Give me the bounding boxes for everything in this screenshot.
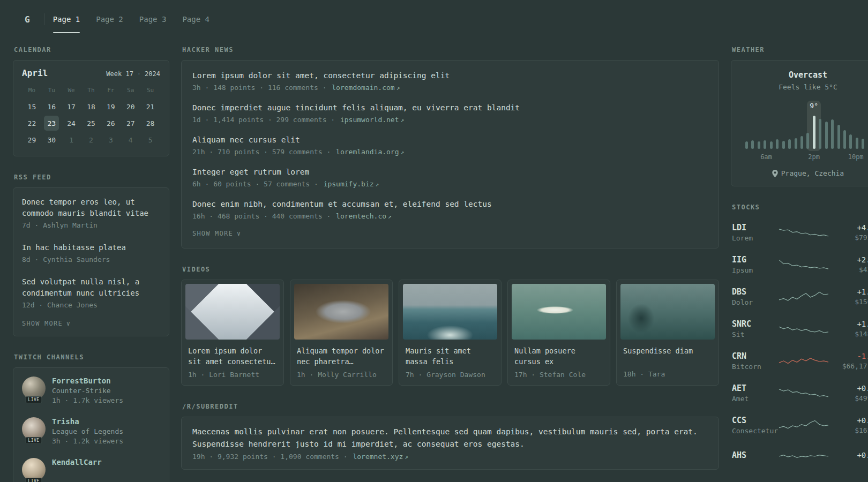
video-card[interactable]: Aliquam tempor dolor nec pharetra… 1h · … [290,280,393,386]
hn-item-title[interactable]: Donec imperdiet augue tincidunt felis al… [192,102,708,114]
stock-change: +1.42% [835,288,868,296]
calendar-day[interactable]: 25 [84,116,99,131]
calendar-day[interactable]: 17 [64,99,79,114]
tab-page-4[interactable]: Page 4 [182,2,209,36]
nav-divider [44,13,44,25]
hn-item[interactable]: Donec enim nibh, condimentum et accumsan… [192,193,708,225]
hn-item-title[interactable]: Donec enim nibh, condimentum et accumsan… [192,199,708,210]
calendar-day[interactable]: 16 [44,99,59,114]
stock-identity: CCSConsectetur [732,416,773,435]
hn-item-domain[interactable]: loremtech.co↗ [336,212,392,220]
stock-row[interactable]: SNRCSit+1.36%$148.64 [731,313,868,345]
post-domain[interactable]: loremnet.xyz↗ [353,453,408,461]
twitch-channel[interactable]: LIVE Trisha League of Legends 3h · 1.2k … [22,411,160,451]
video-card[interactable]: Mauris sit amet massa felis 7h · Grayson… [399,280,502,386]
stock-name: Lorem [732,234,773,242]
rss-item[interactable]: Sed volutpat nulla nisl, a condimentum n… [22,270,160,315]
calendar-day-selected[interactable]: 23 [44,116,59,131]
calendar-day[interactable]: 29 [24,132,39,147]
stock-row[interactable]: IIGIpsum+2.84%$42.04 [731,248,868,281]
hn-item[interactable]: Aliquam nec cursus elit 21h · 710 points… [192,129,708,161]
stock-row[interactable]: CCSConsectetur+0.51%$165.84 [731,409,868,441]
calendar-day[interactable]: 20 [123,99,138,114]
weather-bar [795,138,797,149]
video-thumbnail[interactable] [512,284,606,340]
hn-item-domain[interactable]: loremlandia.org↗ [336,148,404,156]
rss-item-title[interactable]: In hac habitasse platea [22,242,160,253]
calendar-day[interactable]: 3 [103,132,118,147]
widget-title-calendar: CALENDAR [14,46,169,54]
channel-name[interactable]: Trisha [52,417,123,426]
hn-item-title[interactable]: Aliquam nec cursus elit [192,134,708,146]
page-tabs: Page 1 Page 2 Page 3 Page 4 [53,2,209,36]
tab-page-2[interactable]: Page 2 [96,2,123,36]
video-card[interactable]: Suspendisse diam 18h · Tara [616,280,719,386]
stock-symbol: SNRC [732,319,773,329]
video-thumbnail[interactable] [403,284,497,340]
hn-item-title[interactable]: Integer eget rutrum lorem [192,167,708,178]
stock-row[interactable]: LDILorem+4.35%$795.18 [731,216,868,248]
video-thumbnail[interactable] [620,284,715,340]
hn-item-domain[interactable]: loremdomain.com↗ [332,84,400,92]
stock-row[interactable]: CRNBitcorn-1.00%$66,171.48 [731,345,868,377]
video-title[interactable]: Nullam posuere cursus ex [508,343,610,367]
channel-name[interactable]: ForrestBurton [52,376,123,385]
hn-item-title[interactable]: Lorem ipsum dolor sit amet, consectetur … [192,70,708,81]
hn-item[interactable]: Donec imperdiet augue tincidunt felis al… [192,97,708,129]
stock-row[interactable]: AETAmet+0.92%$499.72 [731,377,868,409]
calendar-day[interactable]: 15 [24,99,39,114]
video-thumbnail[interactable] [185,284,280,340]
hn-item-domain[interactable]: ipsumify.biz↗ [324,180,379,188]
stock-identity: AHS [732,450,773,462]
video-title[interactable]: Mauris sit amet massa felis [399,343,501,367]
widget-title-weather: WEATHER [732,46,868,54]
video-title[interactable]: Suspendisse diam [617,343,719,367]
video-thumbnail[interactable] [294,284,388,340]
live-badge: LIVE [25,396,42,403]
channel-name[interactable]: KendallCarr [52,458,102,466]
hn-show-more[interactable]: SHOW MORE ∨ [192,225,708,244]
calendar-day[interactable]: 24 [64,116,79,131]
calendar-day[interactable]: 22 [24,116,39,131]
weather-bar [751,140,754,149]
live-badge: LIVE [25,437,42,444]
hn-item-meta: 3h · 148 points · 116 comments · loremdo… [192,84,708,92]
video-title[interactable]: Lorem ipsum dolor sit amet consectetu… [182,343,283,367]
calendar-day[interactable]: 21 [143,99,158,114]
app-logo[interactable]: G [19,2,35,36]
stock-row[interactable]: DBSDolor+1.42%$156.28 [731,281,868,313]
hn-item[interactable]: Integer eget rutrum lorem 6h · 60 points… [192,161,708,193]
calendar-day[interactable]: 5 [143,132,158,147]
weather-bar [806,133,809,149]
calendar-day[interactable]: 2 [84,132,99,147]
rss-item-title[interactable]: Donec tempor eros leo, ut commodo mauris… [22,197,160,219]
calendar-day[interactable]: 19 [103,99,118,114]
calendar-day[interactable]: 27 [123,116,138,131]
stock-sparkline [778,353,829,369]
video-title[interactable]: Aliquam tempor dolor nec pharetra… [290,343,392,367]
video-card[interactable]: Nullam posuere cursus ex 17h · Stefan Co… [507,280,610,386]
hn-item-domain[interactable]: ipsumworld.net↗ [340,116,404,124]
stock-row[interactable]: AHS+0.46% [731,441,868,470]
calendar-day[interactable]: 4 [123,132,138,147]
rss-item-title[interactable]: Sed volutpat nulla nisl, a condimentum n… [22,276,160,299]
calendar-day[interactable]: 30 [44,132,59,147]
twitch-channel[interactable]: LIVE KendallCarr [22,451,160,482]
calendar-day[interactable]: 18 [84,99,99,114]
calendar-day[interactable]: 26 [103,116,118,131]
post-meta-text: 19h · 9,932 points · 1,090 comments · [192,453,348,461]
calendar-day[interactable]: 28 [143,116,158,131]
rss-show-more[interactable]: SHOW MORE ∨ [22,315,160,334]
hn-item-meta: 16h · 468 points · 440 comments · loremt… [192,212,708,220]
hn-item[interactable]: Lorem ipsum dolor sit amet, consectetur … [192,65,708,97]
tab-page-1[interactable]: Page 1 [53,2,80,36]
post-title[interactable]: Maecenas mollis pulvinar erat non posuer… [192,426,708,450]
rss-item[interactable]: In hac habitasse platea 8d · Cynthia Sau… [22,236,160,270]
tab-page-3[interactable]: Page 3 [139,2,167,36]
video-card[interactable]: Lorem ipsum dolor sit amet consectetu… 1… [181,280,284,386]
twitch-channel[interactable]: LIVE ForrestBurton Counter-Strike 1h · 1… [22,370,160,411]
stock-sparkline [778,385,829,401]
rss-item[interactable]: Donec tempor eros leo, ut commodo mauris… [22,190,160,236]
calendar-day[interactable]: 1 [64,132,79,147]
channel-info: KendallCarr [52,458,102,468]
